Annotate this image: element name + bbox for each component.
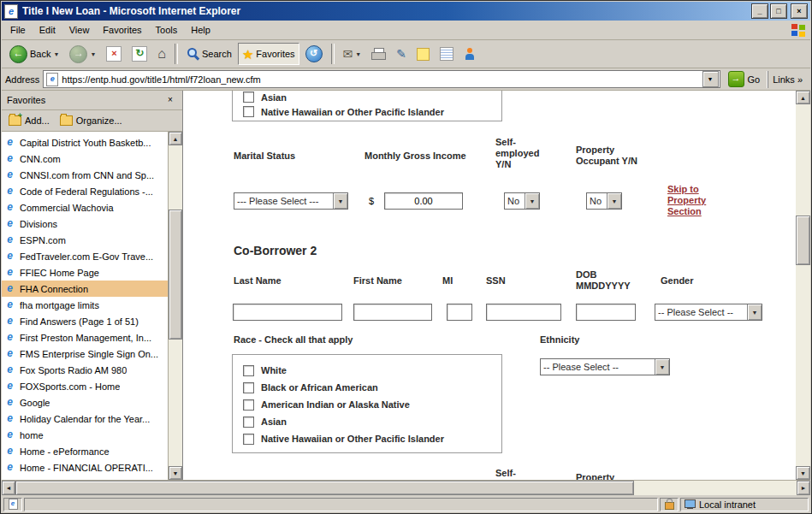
favorite-item[interactable]: e Home - ePeformance bbox=[2, 443, 169, 459]
favorite-item[interactable]: e Holiday Calendar for the Year... bbox=[2, 411, 169, 427]
mail-button[interactable]: ✉ ▼ bbox=[339, 43, 366, 65]
scroll-track[interactable] bbox=[169, 145, 182, 466]
scroll-thumb[interactable] bbox=[15, 481, 634, 495]
favorites-close-button[interactable]: × bbox=[163, 94, 177, 106]
favorite-item[interactable]: e FHA Connection bbox=[2, 281, 169, 297]
marital-status-select[interactable]: --- Please Select --- ▼ bbox=[234, 192, 348, 210]
back-button[interactable]: ← Back ▼ bbox=[5, 43, 63, 65]
scroll-track[interactable] bbox=[796, 104, 810, 466]
gender-select[interactable]: -- Please Select -- ▼ bbox=[655, 304, 762, 321]
address-input[interactable]: e https://entp.hud.gov/title1/html/f72lo… bbox=[43, 70, 720, 88]
favorite-item[interactable]: e Fox Sports Radio AM 980 bbox=[2, 362, 169, 378]
menu-item[interactable]: Tools bbox=[149, 22, 185, 38]
go-label: Go bbox=[748, 74, 761, 85]
income-input[interactable] bbox=[384, 192, 463, 210]
add-favorite-button[interactable]: Add... bbox=[9, 115, 50, 126]
scroll-right-button[interactable]: ► bbox=[797, 481, 810, 495]
menu-item[interactable]: File bbox=[3, 22, 33, 38]
race-checkbox[interactable] bbox=[243, 434, 254, 445]
mi-input[interactable] bbox=[447, 304, 472, 321]
favorite-item[interactable]: e Home - FINANCIAL OPERATI... bbox=[2, 459, 169, 476]
forward-icon: → bbox=[69, 45, 87, 63]
discuss-button[interactable] bbox=[412, 43, 434, 65]
first-name-input[interactable] bbox=[353, 304, 432, 321]
first-name-label: First Name bbox=[353, 275, 402, 287]
race-group-coborrower1: Asian Native Hawaiian or Other Pacific I… bbox=[232, 91, 502, 121]
history-button[interactable]: ↺ bbox=[301, 43, 327, 65]
scroll-thumb[interactable] bbox=[169, 210, 182, 340]
favorite-item[interactable]: e FFIEC Home Page bbox=[2, 264, 169, 281]
favorites-button[interactable]: ★ Favorites bbox=[238, 43, 299, 65]
links-button[interactable]: Links » bbox=[768, 71, 807, 88]
scroll-up-button[interactable]: ▲ bbox=[169, 132, 182, 145]
favorite-item[interactable]: e FedTraveler.com E-Gov Trave... bbox=[2, 248, 169, 264]
edit-button[interactable]: ✎ bbox=[392, 43, 411, 65]
favorite-item[interactable]: e Find Answers (Page 1 of 51) bbox=[2, 313, 169, 329]
menu-item[interactable]: Edit bbox=[33, 22, 62, 38]
race-checkbox[interactable] bbox=[243, 365, 254, 376]
go-button[interactable]: → Go bbox=[724, 71, 765, 87]
favorite-item[interactable]: e Capital District Youth Basketb... bbox=[2, 134, 169, 151]
dob-input[interactable] bbox=[576, 304, 636, 321]
self-employed-select[interactable]: No ▼ bbox=[504, 192, 540, 210]
dropdown-arrow-icon: ▼ bbox=[747, 304, 762, 320]
race-checkbox[interactable] bbox=[243, 382, 254, 393]
scroll-thumb[interactable] bbox=[796, 216, 810, 265]
home-button[interactable]: ⌂ bbox=[153, 43, 170, 65]
favorite-item[interactable]: e Commercial Wachovia bbox=[2, 199, 169, 216]
favorite-item[interactable]: e Divisions bbox=[2, 216, 169, 232]
address-dropdown-button[interactable]: ▼ bbox=[702, 71, 719, 87]
last-name-input[interactable] bbox=[233, 304, 342, 321]
skip-to-property-link[interactable]: Skip to Property Section bbox=[667, 184, 720, 217]
race-checkbox[interactable] bbox=[243, 417, 254, 428]
race-checkbox[interactable] bbox=[243, 399, 254, 411]
print-button[interactable] bbox=[367, 43, 390, 65]
horizontal-scrollbar[interactable]: ◄ ► bbox=[2, 480, 810, 495]
stop-button[interactable]: × bbox=[102, 43, 126, 65]
mail-dropdown-icon[interactable]: ▼ bbox=[355, 51, 361, 57]
content-pane: Asian Native Hawaiian or Other Pacific I… bbox=[183, 91, 810, 480]
favorites-scrollbar[interactable]: ▲ ▼ bbox=[168, 132, 182, 480]
messenger-button[interactable] bbox=[459, 43, 480, 65]
favorite-item[interactable]: e fha mortgage limits bbox=[2, 297, 169, 313]
property-occupant-select[interactable]: No ▼ bbox=[586, 192, 622, 210]
vertical-scrollbar[interactable]: ▲ ▼ bbox=[796, 91, 810, 480]
favorite-item-label: Code of Federal Regulations -... bbox=[20, 186, 153, 197]
scroll-up-button[interactable]: ▲ bbox=[796, 91, 810, 104]
favorite-item[interactable]: e Google bbox=[2, 394, 169, 411]
search-button[interactable]: Search bbox=[182, 43, 236, 65]
toolbar-separator bbox=[175, 44, 178, 64]
favorite-item[interactable]: e FMS Enterprise Single Sign On... bbox=[2, 346, 169, 362]
scroll-down-button[interactable]: ▼ bbox=[169, 466, 182, 480]
menu-item[interactable]: Favorites bbox=[96, 22, 148, 38]
favorite-item[interactable]: e CNNSI.com from CNN and Sp... bbox=[2, 167, 169, 183]
go-icon: → bbox=[728, 71, 744, 87]
favorite-item[interactable]: e FOXSports.com - Home bbox=[2, 378, 169, 394]
minimize-button[interactable]: _ bbox=[751, 3, 768, 19]
race-checkbox-label: Asian bbox=[261, 92, 287, 103]
ethnicity-select[interactable]: -- Please Select -- ▼ bbox=[540, 358, 670, 375]
forward-dropdown-icon[interactable]: ▼ bbox=[90, 51, 96, 57]
favorite-item[interactable]: e home bbox=[2, 427, 169, 443]
forward-button[interactable]: → ▼ bbox=[65, 43, 100, 65]
favorite-item[interactable]: e CNN.com bbox=[2, 151, 169, 167]
organize-favorites-button[interactable]: Organize... bbox=[60, 115, 122, 126]
close-button[interactable]: × bbox=[791, 3, 808, 19]
scroll-down-button[interactable]: ▼ bbox=[796, 466, 810, 480]
maximize-button[interactable]: □ bbox=[770, 3, 787, 19]
print-icon bbox=[371, 48, 386, 60]
favorite-item[interactable]: e Code of Federal Regulations -... bbox=[2, 183, 169, 199]
race-checkbox[interactable] bbox=[243, 92, 254, 103]
scroll-left-button[interactable]: ◄ bbox=[2, 481, 15, 495]
ssn-input[interactable] bbox=[486, 304, 561, 321]
favorite-item[interactable]: e First Preston Management, In... bbox=[2, 329, 169, 346]
research-button[interactable] bbox=[436, 43, 458, 65]
refresh-button[interactable]: ↻ bbox=[127, 43, 151, 65]
race-checkbox[interactable] bbox=[243, 106, 254, 117]
scroll-track[interactable] bbox=[15, 481, 797, 495]
favorite-item[interactable]: e ESPN.com bbox=[2, 232, 169, 248]
favorite-item-label: Find Answers (Page 1 of 51) bbox=[20, 316, 139, 327]
back-dropdown-icon[interactable]: ▼ bbox=[53, 51, 59, 57]
menu-item[interactable]: View bbox=[62, 22, 97, 38]
menu-item[interactable]: Help bbox=[184, 22, 217, 38]
